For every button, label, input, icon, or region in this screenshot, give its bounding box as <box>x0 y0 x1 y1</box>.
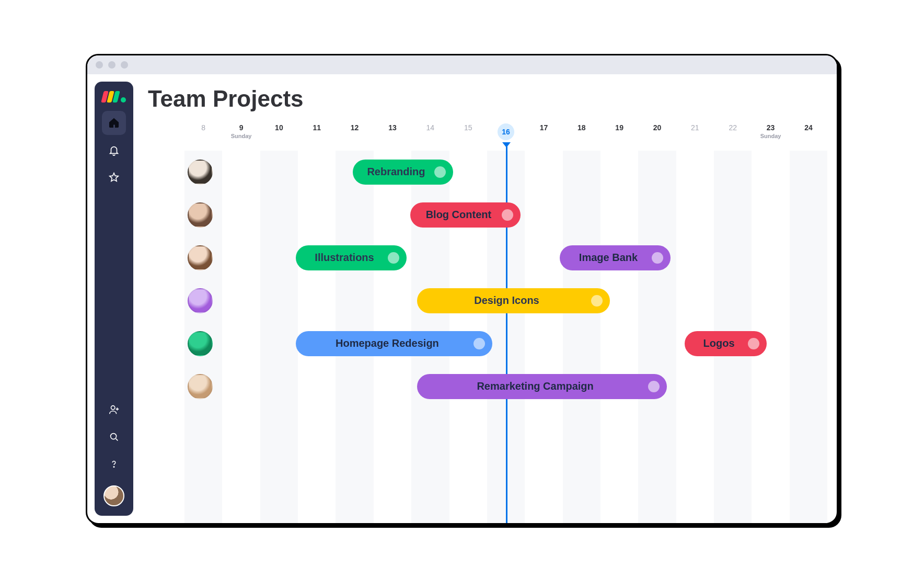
day-18[interactable]: 18 <box>563 121 600 151</box>
day-9[interactable]: 9Sunday <box>222 121 260 151</box>
app-window: Team Projects 89Sunday101112131415161718… <box>86 54 838 525</box>
logo-icon[interactable] <box>102 91 126 103</box>
bell-icon <box>108 144 120 156</box>
day-11[interactable]: 11 <box>298 121 336 151</box>
help-icon <box>108 458 120 470</box>
task-bar[interactable]: Design Icons <box>417 288 609 313</box>
task-resize-handle[interactable] <box>502 209 513 221</box>
day-10[interactable]: 10 <box>260 121 298 151</box>
task-bar[interactable]: Logos <box>685 331 767 356</box>
task-label: Rebranding <box>365 166 426 178</box>
app-shell: Team Projects 89Sunday101112131415161718… <box>87 74 837 523</box>
task-label: Logos <box>697 337 741 349</box>
task-resize-handle[interactable] <box>591 295 603 307</box>
timeline-header: 89Sunday1011121314151617181920212223Sund… <box>148 121 827 151</box>
home-icon <box>108 117 120 129</box>
timeline-row: IllustrationsImage Bank <box>184 236 827 279</box>
day-8[interactable]: 8 <box>184 121 222 151</box>
task-bar[interactable]: Remarketing Campaign <box>417 374 667 399</box>
timeline-rows: RebrandingBlog ContentIllustrationsImage… <box>184 151 827 523</box>
sidebar-item-invite[interactable] <box>102 398 126 422</box>
task-label: Homepage Redesign <box>308 337 466 349</box>
day-14[interactable]: 14 <box>411 121 449 151</box>
svg-point-1 <box>111 433 117 439</box>
assignee-avatar[interactable] <box>188 374 213 399</box>
task-resize-handle[interactable] <box>388 252 399 264</box>
task-resize-handle[interactable] <box>473 338 485 349</box>
task-bar[interactable]: Blog Content <box>410 202 521 228</box>
day-20[interactable]: 20 <box>638 121 676 151</box>
task-resize-handle[interactable] <box>648 381 660 392</box>
day-24[interactable]: 24 <box>790 121 827 151</box>
timeline-days: 89Sunday1011121314151617181920212223Sund… <box>184 121 827 151</box>
sidebar-item-help[interactable] <box>102 452 126 476</box>
star-icon <box>108 172 120 183</box>
sidebar-item-favorites[interactable] <box>102 165 126 189</box>
task-bar[interactable]: Illustrations <box>296 245 407 270</box>
add-user-icon <box>108 404 120 415</box>
sidebar-item-notifications[interactable] <box>102 138 126 162</box>
timeline-row: Design Icons <box>184 279 827 322</box>
timeline: 89Sunday1011121314151617181920212223Sund… <box>148 121 827 523</box>
timeline-row: Remarketing Campaign <box>184 365 827 408</box>
day-16[interactable]: 16 <box>487 121 525 151</box>
svg-point-0 <box>111 405 115 409</box>
window-zoom-dot[interactable] <box>121 61 128 69</box>
day-12[interactable]: 12 <box>336 121 373 151</box>
sidebar-item-search[interactable] <box>102 425 126 449</box>
svg-point-2 <box>113 466 114 467</box>
window-close-dot[interactable] <box>96 61 103 69</box>
assignee-avatar[interactable] <box>188 160 213 185</box>
day-21[interactable]: 21 <box>676 121 714 151</box>
task-label: Illustrations <box>308 252 380 264</box>
timeline-row: Blog Content <box>184 194 827 236</box>
timeline-row: Homepage RedesignLogos <box>184 322 827 365</box>
sidebar <box>95 82 133 516</box>
task-resize-handle[interactable] <box>434 166 446 178</box>
day-19[interactable]: 19 <box>600 121 638 151</box>
day-23[interactable]: 23Sunday <box>752 121 789 151</box>
task-label: Design Icons <box>430 294 583 307</box>
page-title: Team Projects <box>148 86 827 112</box>
task-label: Image Bank <box>572 252 644 264</box>
task-resize-handle[interactable] <box>748 338 759 349</box>
task-label: Remarketing Campaign <box>430 380 641 392</box>
sidebar-item-home[interactable] <box>102 111 126 135</box>
current-user-avatar[interactable] <box>103 485 124 506</box>
day-15[interactable]: 15 <box>449 121 487 151</box>
task-resize-handle[interactable] <box>652 252 663 264</box>
timeline-row: Rebranding <box>184 151 827 194</box>
timeline-body: RebrandingBlog ContentIllustrationsImage… <box>148 151 827 523</box>
task-bar[interactable]: Image Bank <box>560 245 671 270</box>
search-icon <box>108 431 120 443</box>
day-13[interactable]: 13 <box>374 121 411 151</box>
assignee-avatar[interactable] <box>188 288 213 313</box>
assignee-avatar[interactable] <box>188 331 213 356</box>
task-bar[interactable]: Rebranding <box>353 160 453 185</box>
day-22[interactable]: 22 <box>714 121 752 151</box>
window-titlebar <box>87 55 837 74</box>
task-label: Blog Content <box>423 209 495 221</box>
window-minimize-dot[interactable] <box>108 61 116 69</box>
assignee-avatar[interactable] <box>188 245 213 270</box>
assignee-avatar[interactable] <box>188 202 213 228</box>
day-17[interactable]: 17 <box>525 121 562 151</box>
task-bar[interactable]: Homepage Redesign <box>296 331 492 356</box>
main-content: Team Projects 89Sunday101112131415161718… <box>133 74 837 523</box>
